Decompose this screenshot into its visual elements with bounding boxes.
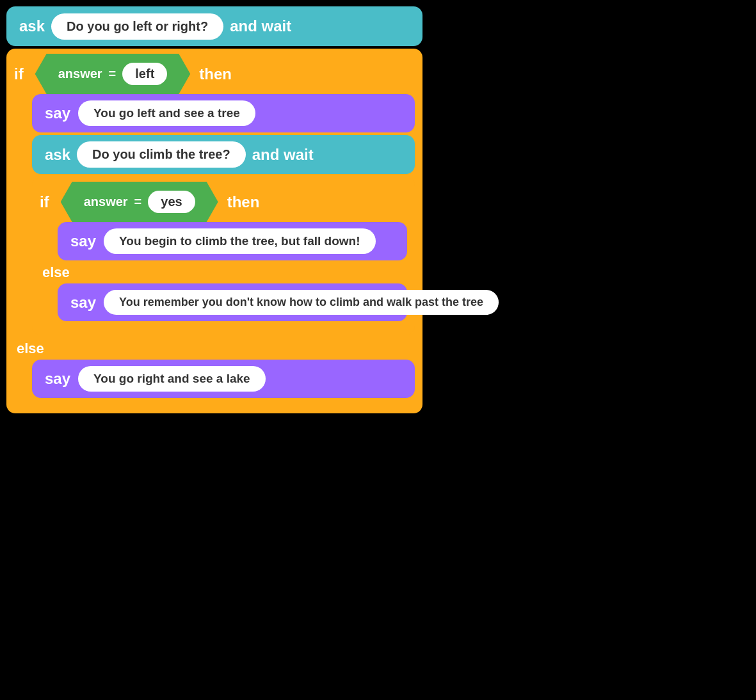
inner-if-block: if answer = yes then say You beg — [32, 177, 415, 335]
say2-keyword: say — [70, 232, 96, 250]
ask2-keyword: ask — [45, 146, 70, 164]
blocks-container: ask Do you go left or right? and wait if… — [6, 6, 422, 413]
say4-keyword: say — [45, 370, 70, 388]
say3-text[interactable]: You remember you don't know how to climb… — [104, 290, 499, 315]
if2-then: then — [227, 193, 260, 211]
if1-else-label: else — [14, 335, 415, 360]
if1-keyword: if — [14, 65, 24, 83]
ask-input-1[interactable]: Do you go left or right? — [51, 13, 223, 40]
ask2-input[interactable]: Do you climb the tree? — [77, 141, 246, 168]
if2-header: if answer = yes then — [40, 182, 407, 222]
say4-text[interactable]: You go right and see a lake — [78, 366, 266, 392]
ask-block-2[interactable]: ask Do you climb the tree? and wait — [32, 135, 415, 174]
ask-suffix-1: and wait — [230, 17, 291, 35]
ask2-suffix: and wait — [252, 146, 314, 164]
if2-body: say You begin to climb the tree, but fal… — [58, 222, 407, 260]
if1-header: if answer = left then — [14, 54, 415, 94]
if1-else-body: say You go right and see a lake — [32, 360, 415, 398]
if2-else-body: say You remember you don't know how to c… — [58, 283, 407, 321]
if1-equals: = — [109, 67, 117, 81]
if2-keyword: if — [40, 193, 49, 211]
if1-variable: answer — [58, 67, 102, 81]
if1-body: say You go left and see a tree ask Do yo… — [32, 94, 415, 335]
if1-value[interactable]: left — [122, 63, 167, 85]
if2-condition: answer = yes — [61, 182, 218, 222]
if2-value[interactable]: yes — [148, 191, 195, 213]
say1-keyword: say — [45, 104, 70, 122]
if1-condition: answer = left — [35, 54, 191, 94]
say-block-4[interactable]: say You go right and see a lake — [32, 360, 415, 398]
say-block-2[interactable]: say You begin to climb the tree, but fal… — [58, 222, 407, 260]
ask-block-1[interactable]: ask Do you go left or right? and wait — [6, 6, 422, 46]
say1-text[interactable]: You go left and see a tree — [78, 100, 255, 126]
if2-equals: = — [134, 195, 142, 209]
ask-keyword-1: ask — [19, 17, 45, 35]
say2-text[interactable]: You begin to climb the tree, but fall do… — [104, 228, 375, 254]
outer-if-block: if answer = left then say You go left an… — [6, 49, 422, 413]
if2-else-label: else — [40, 260, 407, 283]
say-block-1[interactable]: say You go left and see a tree — [32, 94, 415, 132]
if1-then: then — [199, 65, 232, 83]
say3-keyword: say — [70, 294, 96, 312]
say-block-3[interactable]: say You remember you don't know how to c… — [58, 283, 407, 321]
if2-variable: answer — [84, 195, 128, 209]
